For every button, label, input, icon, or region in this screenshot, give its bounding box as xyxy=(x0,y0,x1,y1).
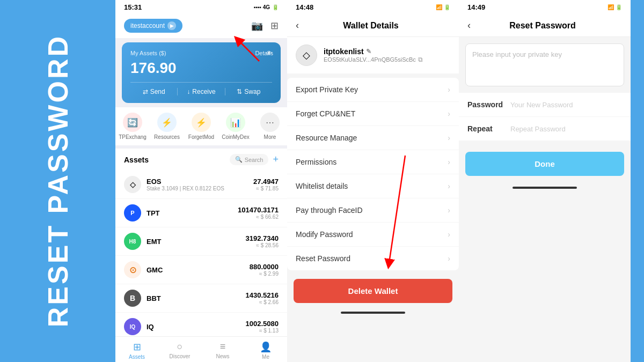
bbt-balance: 1430.5216 xyxy=(246,291,279,299)
modify-password-label: Modify Password xyxy=(296,230,353,239)
repeat-label: Repeat xyxy=(467,124,510,133)
reset-password-title: RESET PASSWORD xyxy=(44,34,72,327)
add-asset-button[interactable]: + xyxy=(273,154,279,165)
status-icons-2: 📶 🔋 xyxy=(436,4,450,10)
search-bar[interactable]: 🔍 Search xyxy=(230,154,269,165)
eos-balance: 27.4947 xyxy=(253,178,279,186)
export-key-chevron: › xyxy=(448,85,450,94)
iq-name: IQ xyxy=(147,323,246,331)
nav-me[interactable]: 👤 Me xyxy=(244,341,287,360)
coinmydex-action[interactable]: 📊 CoinMyDex xyxy=(218,113,253,140)
tpt-logo: P xyxy=(124,204,141,221)
tpt-amount: 101470.3171 ≈ $ 66.62 xyxy=(238,206,279,220)
iq-logo: IQ xyxy=(124,318,141,335)
battery-icon-1: 🔋 xyxy=(272,4,279,10)
menu-export-private-key[interactable]: Export Private Key › xyxy=(287,78,459,102)
search-icon: 🔍 xyxy=(235,156,243,163)
asset-iq[interactable]: IQ IQ 1002.5080 ≈ $ 1.13 xyxy=(115,313,287,336)
status-bar-1: 15:31 ▪▪▪▪ 4G 🔋 xyxy=(115,0,287,14)
receive-action[interactable]: ↓ Receive xyxy=(178,88,225,95)
gmc-info: GMC xyxy=(147,266,250,274)
resources-icon: ⚡ xyxy=(157,113,177,132)
resource-manage-chevron: › xyxy=(448,134,450,142)
account-button[interactable]: itestaccount ▶ xyxy=(124,19,182,33)
done-button[interactable]: Done xyxy=(465,152,624,176)
asset-gmc[interactable]: ⊙ GMC 880.0000 ≈ $ 2.99 xyxy=(115,256,287,284)
iq-info: IQ xyxy=(147,323,246,331)
repeat-field-row: Repeat Repeat Password xyxy=(459,117,631,141)
tpexchang-icon: 🔄 xyxy=(123,113,142,132)
tpexchang-action[interactable]: 🔄 TPExchang xyxy=(115,113,150,140)
gmc-logo: ⊙ xyxy=(124,261,141,278)
menu-resource-manage[interactable]: Resource Manage › xyxy=(287,126,459,150)
home-indicator-3 xyxy=(513,187,577,189)
forgetmod-action[interactable]: ⚡ ForgetMod xyxy=(184,113,218,140)
password-field-row: Password Your New Password xyxy=(459,93,631,117)
emt-logo: H8 xyxy=(124,233,141,250)
form-fields: Password Your New Password Repeat Repeat… xyxy=(459,93,631,141)
tpt-usd: ≈ $ 66.62 xyxy=(238,214,279,220)
iq-amount: 1002.5080 ≈ $ 1.13 xyxy=(246,320,279,334)
menu-permissions[interactable]: Permissions › xyxy=(287,150,459,174)
tpt-info: TPT xyxy=(147,209,238,217)
details-link[interactable]: Details xyxy=(255,50,273,56)
back-button-2[interactable]: ‹ xyxy=(296,20,299,31)
asset-emt[interactable]: H8 EMT 3192.7340 ≈ $ 28.56 xyxy=(115,227,287,256)
menu-faceid[interactable]: Pay through FaceID › xyxy=(287,198,459,223)
reset-password-header: ‹ Reset Password xyxy=(459,14,631,37)
menu-modify-password[interactable]: Modify Password › xyxy=(287,223,459,247)
permissions-chevron: › xyxy=(448,158,450,166)
screen-reset-password: 14:49 📶 🔋 ‹ Reset Password Please input … xyxy=(459,0,631,362)
quick-actions-row: 🔄 TPExchang ⚡ Resources ⚡ ForgetMod 📊 Co… xyxy=(115,107,287,145)
me-nav-icon: 👤 xyxy=(260,341,272,353)
send-action[interactable]: ⇄ Send xyxy=(130,88,178,95)
menu-reset-password[interactable]: Reset Password › xyxy=(287,247,459,270)
wallet-logo: ◇ xyxy=(296,45,317,66)
swap-label: Swap xyxy=(244,88,260,95)
wallet-details-header: ‹ Wallet Details xyxy=(287,14,459,37)
nav-discover[interactable]: ○ Discover xyxy=(158,341,201,360)
reset-password-screen-title: Reset Password xyxy=(476,21,622,31)
swap-action[interactable]: ⇅ Swap xyxy=(225,88,272,95)
asset-bbt[interactable]: B BBT 1430.5216 ≈ $ 2.66 xyxy=(115,284,287,313)
bottom-nav: ⊞ Assets ○ Discover ≡ News 👤 Me xyxy=(115,336,287,362)
eos-sub: Stake 3.1049 | REX 0.8122 EOS xyxy=(147,186,253,191)
repeat-placeholder[interactable]: Repeat Password xyxy=(510,125,622,133)
menu-forget-cpu-net[interactable]: Forget CPU&NET › xyxy=(287,102,459,126)
copy-icon[interactable]: ⧉ xyxy=(418,56,423,63)
wallet-details-info: itptokenlist ✎ EOS5tKuUaSLV...4PnQBG5siS… xyxy=(324,47,423,63)
asset-tpt[interactable]: P TPT 101470.3171 ≈ $ 66.62 xyxy=(115,199,287,227)
status-icons-1: ▪▪▪▪ 4G 🔋 xyxy=(254,4,279,10)
private-key-input[interactable]: Please input your private key xyxy=(465,43,624,86)
menu-whitelist[interactable]: Whitelist details › xyxy=(287,174,459,198)
eos-amount: 27.4947 ≈ $ 71.85 xyxy=(253,178,279,191)
eos-usd: ≈ $ 71.85 xyxy=(253,186,279,191)
asset-eos[interactable]: ◇ EOS Stake 3.1049 | REX 0.8122 EOS 27.4… xyxy=(115,171,287,199)
receive-icon: ↓ xyxy=(187,88,190,95)
emt-usd: ≈ $ 28.56 xyxy=(246,242,279,248)
account-arrow-icon: ▶ xyxy=(167,21,176,30)
nav-news[interactable]: ≡ News xyxy=(201,341,244,360)
nav-assets[interactable]: ⊞ Assets xyxy=(115,341,158,360)
password-placeholder[interactable]: Your New Password xyxy=(510,101,622,109)
status-bar-3: 14:49 📶 🔋 xyxy=(459,0,631,14)
balance-top-row: My Assets ($) 👁 xyxy=(130,50,272,56)
resources-action[interactable]: ⚡ Resources xyxy=(150,113,184,140)
reset-password-chevron: › xyxy=(448,254,450,263)
private-key-placeholder: Please input your private key xyxy=(472,50,562,58)
more-action[interactable]: ⋯ More xyxy=(253,113,287,140)
send-label: Send xyxy=(150,88,165,95)
wifi-icon-2: 📶 🔋 xyxy=(436,4,450,10)
emt-amount: 3192.7340 ≈ $ 28.56 xyxy=(246,234,279,248)
camera-icon[interactable]: 📷 xyxy=(251,20,263,32)
export-key-label: Export Private Key xyxy=(296,85,358,94)
whitelist-label: Whitelist details xyxy=(296,182,348,190)
discover-nav-label: Discover xyxy=(170,353,191,359)
wifi-icon-3: 📶 🔋 xyxy=(608,4,622,10)
left-background: RESET PASSWORD xyxy=(0,0,115,362)
permissions-label: Permissions xyxy=(296,158,336,166)
forgetmod-icon: ⚡ xyxy=(192,113,211,132)
scan-icon[interactable]: ⊞ xyxy=(270,20,279,32)
back-button-3[interactable]: ‹ xyxy=(467,20,471,31)
delete-wallet-button[interactable]: Delete Wallet xyxy=(294,279,452,303)
